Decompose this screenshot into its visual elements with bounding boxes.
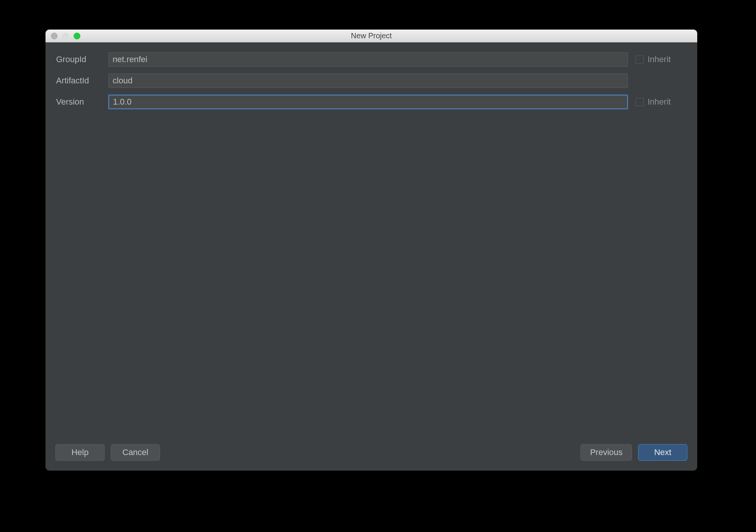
close-icon[interactable]: [51, 33, 58, 39]
zoom-icon[interactable]: [74, 33, 80, 39]
right-button-group: Previous Next: [580, 444, 687, 461]
minimize-icon[interactable]: [62, 33, 69, 39]
button-bar: Help Cancel Previous Next: [45, 444, 697, 471]
groupid-input[interactable]: [108, 52, 628, 67]
groupid-inherit-label: Inherit: [648, 55, 671, 64]
cancel-button[interactable]: Cancel: [111, 444, 160, 461]
version-inherit-label: Inherit: [648, 97, 671, 107]
window-title: New Project: [45, 31, 697, 40]
titlebar: New Project: [45, 30, 697, 42]
artifactid-input[interactable]: [108, 74, 628, 88]
artifactid-row: ArtifactId: [56, 74, 687, 88]
version-label: Version: [56, 97, 101, 107]
previous-button[interactable]: Previous: [580, 444, 632, 461]
version-input[interactable]: [108, 95, 628, 109]
left-button-group: Help Cancel: [55, 444, 160, 461]
version-inherit-checkbox[interactable]: [635, 98, 644, 106]
groupid-inherit-checkbox[interactable]: [635, 55, 644, 64]
groupid-inherit-wrap: Inherit: [635, 55, 687, 64]
next-button[interactable]: Next: [638, 444, 687, 461]
groupid-label: GroupId: [56, 55, 101, 64]
artifactid-label: ArtifactId: [56, 76, 101, 86]
form-content: GroupId Inherit ArtifactId Version: [45, 42, 697, 444]
version-row: Version Inherit: [56, 95, 687, 109]
window-controls: [45, 33, 80, 39]
new-project-window: New Project GroupId Inherit ArtifactId: [45, 30, 697, 471]
help-button[interactable]: Help: [55, 444, 105, 461]
groupid-row: GroupId Inherit: [56, 52, 687, 67]
version-inherit-wrap: Inherit: [635, 97, 687, 107]
